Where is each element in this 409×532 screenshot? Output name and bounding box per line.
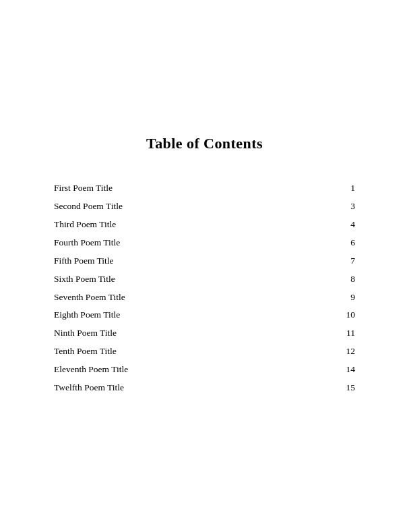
toc-entry-title: Third Poem Title bbox=[54, 218, 116, 232]
toc-entry-title: Second Poem Title bbox=[54, 200, 123, 214]
toc-row: First Poem Title1 bbox=[54, 179, 355, 198]
toc-entry-page: 15 bbox=[338, 381, 355, 395]
toc-row: Fourth Poem Title6 bbox=[54, 234, 355, 252]
toc-entry-page: 12 bbox=[338, 345, 355, 359]
toc-entry-page: 11 bbox=[338, 326, 355, 341]
toc-entry-title: Eighth Poem Title bbox=[54, 308, 120, 322]
toc-row: Sixth Poem Title8 bbox=[54, 270, 355, 289]
toc-entry-title: Eleventh Poem Title bbox=[54, 363, 128, 377]
toc-entry-title: Seventh Poem Title bbox=[54, 291, 125, 305]
toc-row: Seventh Poem Title9 bbox=[54, 289, 355, 307]
toc-entry-page: 14 bbox=[338, 363, 355, 377]
toc-row: Eighth Poem Title10 bbox=[54, 306, 355, 324]
toc-entry-title: Twelfth Poem Title bbox=[54, 381, 124, 395]
toc-list: First Poem Title1Second Poem Title3Third… bbox=[54, 179, 355, 397]
page: Table of Contents First Poem Title1Secon… bbox=[0, 0, 409, 532]
toc-entry-page: 7 bbox=[338, 254, 355, 268]
toc-entry-title: Fourth Poem Title bbox=[54, 236, 120, 250]
toc-entry-page: 4 bbox=[338, 218, 355, 232]
toc-entry-title: Fifth Poem Title bbox=[54, 254, 114, 268]
toc-row: Twelfth Poem Title15 bbox=[54, 379, 355, 397]
toc-entry-title: Sixth Poem Title bbox=[54, 272, 115, 287]
toc-entry-title: Ninth Poem Title bbox=[54, 326, 117, 341]
toc-heading: Table of Contents bbox=[54, 135, 355, 152]
toc-entry-page: 6 bbox=[338, 236, 355, 250]
toc-row: Tenth Poem Title12 bbox=[54, 343, 355, 361]
toc-entry-page: 10 bbox=[338, 308, 355, 322]
toc-row: Third Poem Title4 bbox=[54, 216, 355, 234]
toc-row: Second Poem Title3 bbox=[54, 198, 355, 216]
toc-entry-page: 3 bbox=[338, 200, 355, 214]
toc-entry-page: 9 bbox=[338, 291, 355, 305]
toc-entry-title: First Poem Title bbox=[54, 181, 113, 196]
toc-entry-page: 1 bbox=[338, 181, 355, 196]
toc-entry-title: Tenth Poem Title bbox=[54, 345, 117, 359]
toc-entry-page: 8 bbox=[338, 272, 355, 287]
toc-row: Eleventh Poem Title14 bbox=[54, 361, 355, 379]
toc-row: Fifth Poem Title7 bbox=[54, 252, 355, 270]
toc-row: Ninth Poem Title11 bbox=[54, 324, 355, 343]
